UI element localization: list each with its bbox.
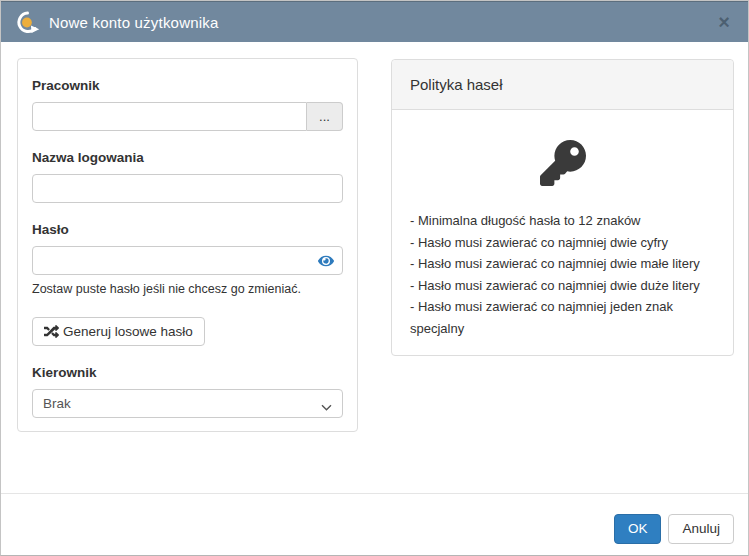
kierownik-field: Brak xyxy=(32,389,343,418)
generate-password-label: Generuj losowe hasło xyxy=(63,324,193,339)
password-policy-body: - Minimalna długość hasła to 12 znaków- … xyxy=(392,110,733,355)
nazwa-logowania-input[interactable] xyxy=(32,174,343,203)
haslo-label: Hasło xyxy=(32,222,343,237)
generate-password-button[interactable]: Generuj losowe hasło xyxy=(32,317,205,346)
password-policy-rules: - Minimalna długość hasła to 12 znaków- … xyxy=(410,210,715,339)
user-form-panel: Pracownik ... Nazwa logowania Hasło Zost… xyxy=(17,58,358,432)
dialog-title: Nowe konto użytkownika xyxy=(49,14,218,31)
nazwa-logowania-label: Nazwa logowania xyxy=(32,150,343,165)
app-logo-icon xyxy=(15,10,40,35)
kierownik-label: Kierownik xyxy=(32,365,343,380)
dialog-titlebar: Nowe konto użytkownika × xyxy=(1,1,748,42)
pracownik-input[interactable] xyxy=(32,102,307,131)
new-user-account-dialog: Nowe konto użytkownika × Pracownik ... N… xyxy=(0,0,749,556)
kierownik-select[interactable]: Brak xyxy=(32,389,343,418)
show-password-button[interactable] xyxy=(312,249,340,273)
haslo-input[interactable] xyxy=(32,246,343,275)
ok-button[interactable]: OK xyxy=(614,514,662,544)
policy-rule: - Minimalna długość hasła to 12 znaków xyxy=(410,210,715,232)
close-icon[interactable]: × xyxy=(712,10,736,34)
haslo-hint-text: Zostaw puste hasło jeśli nie chcesz go z… xyxy=(32,282,343,296)
policy-rule: - Hasło musi zawierać co najmniej jeden … xyxy=(410,296,715,339)
pracownik-browse-button[interactable]: ... xyxy=(307,102,343,131)
cancel-button[interactable]: Anuluj xyxy=(668,514,734,544)
password-policy-card: Polityka haseł - Minimalna długość hasła… xyxy=(391,59,734,356)
dialog-footer: OK Anuluj xyxy=(1,493,748,555)
policy-rule: - Hasło musi zawierać co najmniej dwie c… xyxy=(410,232,715,254)
password-policy-title: Polityka haseł xyxy=(392,60,733,110)
policy-rule: - Hasło musi zawierać co najmniej dwie m… xyxy=(410,253,715,275)
key-icon xyxy=(410,140,715,190)
eye-icon xyxy=(318,253,334,269)
pracownik-label: Pracownik xyxy=(32,78,343,93)
shuffle-icon xyxy=(44,324,59,339)
pracownik-input-group: ... xyxy=(32,102,343,131)
haslo-field xyxy=(32,246,343,275)
policy-rule: - Hasło musi zawierać co najmniej dwie d… xyxy=(410,275,715,297)
